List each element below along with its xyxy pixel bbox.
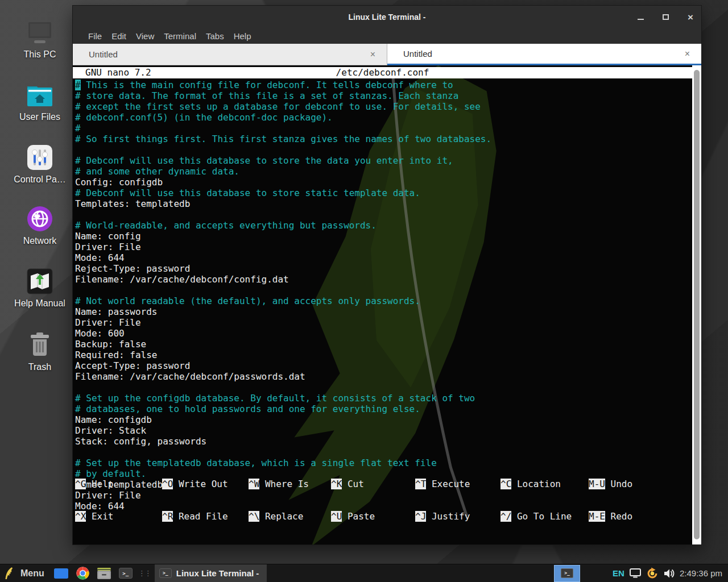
taskbar: Menu >_ — [0, 564, 728, 582]
terminal-line: # store data. The format of this file is… — [75, 90, 692, 101]
terminal-line — [75, 285, 692, 296]
window-titlebar[interactable]: Linux Lite Terminal - × — [73, 6, 701, 28]
desktop-icon-label: Control Pa… — [6, 174, 74, 185]
keyboard-layout-indicator[interactable]: EN — [613, 568, 624, 578]
desktop-icon-label: Network — [6, 236, 74, 246]
menu-bar: File Edit View Terminal Tabs Help — [73, 28, 701, 44]
taskbar-separator: ⋮⋮ — [136, 569, 152, 577]
menu-help[interactable]: Help — [234, 31, 251, 41]
tab-label: Untitled — [84, 49, 370, 59]
menu-view[interactable]: View — [136, 31, 154, 41]
linux-lite-logo-icon — [5, 567, 13, 580]
terminal-line: # databases, one to hold passwords and o… — [75, 404, 692, 414]
terminal-line — [75, 209, 692, 220]
menu-file[interactable]: File — [88, 31, 102, 41]
terminal-line: Stack: config, passwords — [75, 436, 692, 447]
folder-home-icon — [6, 78, 74, 108]
terminal-glyph-icon: >_ — [561, 568, 573, 578]
terminal-screen[interactable]: GNU nano 7.2 /etc/debconf.conf # This is… — [73, 65, 692, 544]
tab-untitled-1[interactable]: Untitled × — [73, 44, 387, 65]
terminal-line: Required: false — [75, 350, 692, 360]
terminal-line: Templates: templatedb — [75, 198, 692, 209]
desktop-icon-help-manual[interactable]: Help Manual — [6, 265, 74, 309]
menu-button[interactable] — [0, 564, 17, 582]
tab-label: Untitled — [399, 49, 685, 59]
window-title: Linux Lite Terminal - — [73, 6, 701, 28]
nano-titlebar: GNU nano 7.2 /etc/debconf.conf — [73, 67, 692, 78]
desktop-icon-network[interactable]: Network — [6, 202, 74, 246]
menu-terminal[interactable]: Terminal — [164, 31, 196, 41]
tab-close-icon[interactable]: × — [370, 49, 375, 60]
terminal-launcher-icon[interactable]: >_ — [115, 564, 136, 582]
network-globe-icon — [6, 202, 74, 232]
nano-shortcut: M-E Redo — [589, 511, 688, 522]
shortcut-row-2: ^X Exit^R Read File^\ Replace^U Paste^J … — [75, 511, 692, 522]
nano-shortcut: ^X Exit — [75, 511, 162, 522]
terminal-line: Driver: File — [75, 317, 692, 328]
desktop-icon-label: This PC — [6, 49, 74, 60]
terminal-line: Mode: 600 — [75, 328, 692, 339]
sliders-icon — [6, 141, 74, 171]
display-icon[interactable] — [630, 568, 641, 578]
nano-shortcut: ^/ Go To Line — [500, 511, 589, 522]
minimize-button[interactable] — [634, 11, 647, 23]
desktop-icon-label: Trash — [6, 362, 74, 372]
tab-close-icon[interactable]: × — [685, 49, 690, 59]
computer-icon — [6, 16, 74, 45]
help-manual-icon — [6, 265, 74, 294]
terminal-line — [75, 447, 692, 458]
terminal-line: Filename: /var/cache/debconf/config.dat — [75, 274, 692, 285]
tab-untitled-2[interactable]: Untitled × — [387, 44, 701, 65]
workspace-icon[interactable] — [50, 564, 72, 582]
terminal-line: # except the first sets up a database fo… — [75, 101, 692, 112]
scrollbar-thumb[interactable] — [694, 70, 700, 539]
menu-button-label[interactable]: Menu — [20, 568, 44, 579]
clock[interactable]: 2:49:36 pm — [680, 568, 722, 578]
terminal-line: Backup: false — [75, 339, 692, 350]
terminal-line: Driver: Stack — [75, 425, 692, 436]
archive-manager-icon[interactable] — [93, 564, 115, 582]
menu-tabs[interactable]: Tabs — [206, 31, 224, 41]
close-icon: × — [688, 13, 693, 22]
desktop-icon-control-panel[interactable]: Control Pa… — [6, 141, 74, 185]
close-button[interactable]: × — [684, 11, 697, 23]
tab-bar: Untitled × Untitled × — [73, 44, 701, 65]
nano-shortcut: ^C Location — [500, 479, 589, 489]
terminal-line — [75, 144, 692, 155]
nano-shortcut: ^J Justify — [415, 511, 500, 522]
terminal-glyph-icon: >_ — [119, 568, 133, 579]
volume-icon[interactable] — [664, 568, 675, 579]
shortcut-row-1: ^G Help^O Write Out^W Where Is^K Cut^T E… — [75, 479, 692, 489]
trash-icon — [6, 329, 74, 358]
nano-shortcut: ^G Help — [75, 479, 162, 489]
terminal-glyph-icon: >_ — [159, 568, 172, 578]
maximize-button[interactable] — [659, 11, 672, 23]
nano-file-path: /etc/debconf.conf — [73, 67, 692, 78]
terminal-line: Name: passwords — [75, 306, 692, 317]
terminal-line: Accept-Type: password — [75, 360, 692, 371]
nano-shortcut: ^R Read File — [162, 511, 249, 522]
desktop-icon-user-files[interactable]: User Files — [6, 78, 74, 122]
scrollbar[interactable] — [692, 65, 701, 544]
updates-icon[interactable] — [646, 567, 659, 580]
nano-shortcut: ^W Where Is — [249, 479, 331, 489]
desktop-icon-trash[interactable]: Trash — [6, 329, 74, 372]
terminal-line: # So first things first. This first stan… — [75, 134, 692, 144]
nano-lines: # This is the main config file for debco… — [73, 80, 692, 512]
terminal-line: # — [75, 123, 692, 134]
nano-shortcut: ^O Write Out — [162, 479, 249, 489]
menu-edit[interactable]: Edit — [111, 31, 126, 41]
task-button-terminal[interactable]: >_ Linux Lite Terminal - — [155, 564, 267, 582]
nano-shortcut: ^\ Replace — [249, 511, 331, 522]
terminal-line: # Debconf will use this database to stor… — [75, 155, 692, 166]
terminal-line: # debconf.conf(5) (in the debconf-doc pa… — [75, 112, 692, 123]
nano-shortcut: ^T Execute — [415, 479, 500, 489]
terminal-line: Driver: File — [75, 242, 692, 252]
nano-shortcut: ^U Paste — [331, 511, 415, 522]
desktop-icon-this-pc[interactable]: This PC — [6, 16, 74, 60]
desktop-icon-label: Help Manual — [6, 298, 74, 309]
terminal-line: Config: configdb — [75, 177, 692, 188]
task-button-label: Linux Lite Terminal - — [176, 568, 259, 578]
tray-terminal-icon[interactable]: >_ — [554, 565, 580, 582]
chrome-icon[interactable] — [72, 564, 93, 582]
